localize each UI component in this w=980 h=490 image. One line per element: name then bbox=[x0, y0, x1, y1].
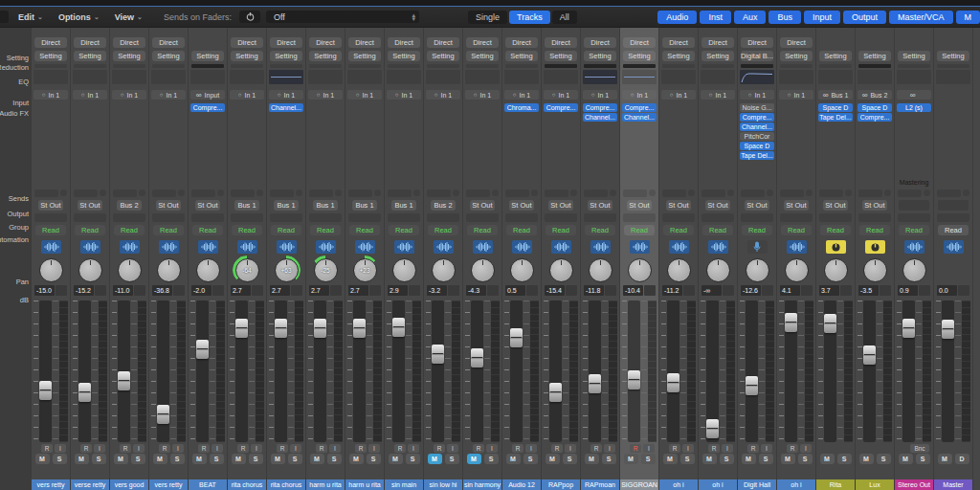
output-button[interactable]: St Out bbox=[745, 200, 769, 211]
automation-mode-button[interactable]: Read bbox=[271, 225, 301, 235]
eq-thumbnail[interactable] bbox=[73, 70, 107, 84]
mute-button[interactable]: M bbox=[153, 454, 167, 464]
eq-thumbnail[interactable] bbox=[190, 70, 225, 84]
output-button[interactable]: St Out bbox=[78, 200, 102, 211]
fx-plugin-slot[interactable]: Compre... bbox=[858, 113, 892, 122]
solo-button[interactable]: S bbox=[249, 454, 263, 464]
track-name[interactable]: vers retty bbox=[32, 479, 70, 490]
track-name[interactable]: harm u rita bbox=[345, 479, 384, 490]
solo-button[interactable]: S bbox=[484, 454, 499, 464]
output-button[interactable]: St Out bbox=[666, 200, 691, 211]
fx-plugin-slot[interactable]: Chroma... bbox=[504, 103, 539, 112]
automation-mode-button[interactable]: Read bbox=[624, 225, 655, 235]
solo-button[interactable]: S bbox=[798, 454, 813, 464]
direct-button[interactable]: Direct bbox=[702, 37, 734, 48]
record-enable-button[interactable]: R bbox=[747, 444, 759, 453]
fx-plugin-slot[interactable]: Tape Del... bbox=[740, 151, 774, 160]
waveform-icon[interactable] bbox=[669, 240, 689, 254]
record-enable-button[interactable]: R bbox=[512, 444, 523, 453]
waveform-icon[interactable] bbox=[434, 240, 454, 254]
pan-knob[interactable] bbox=[193, 256, 222, 284]
fader-cap[interactable] bbox=[471, 348, 483, 368]
solo-button[interactable]: S bbox=[170, 454, 185, 464]
mute-button[interactable]: M bbox=[859, 454, 874, 464]
waveform-icon[interactable] bbox=[237, 240, 257, 254]
input-slot[interactable]: ○ In 1 bbox=[347, 90, 382, 100]
input-slot[interactable]: ○ In 1 bbox=[112, 90, 146, 100]
filter-bus[interactable]: Bus bbox=[768, 11, 801, 24]
eq-thumbnail[interactable] bbox=[583, 70, 617, 84]
fader-cap[interactable] bbox=[785, 313, 797, 332]
input-slot[interactable]: ○ In 1 bbox=[387, 90, 421, 100]
eq-thumbnail[interactable] bbox=[897, 70, 931, 84]
fader-track[interactable] bbox=[628, 301, 640, 442]
volume-readout[interactable]: 4.1 bbox=[780, 285, 813, 296]
waveform-icon[interactable] bbox=[159, 240, 179, 254]
input-slot[interactable]: ∞ Bus 1 bbox=[818, 90, 853, 100]
fader-track[interactable] bbox=[942, 301, 954, 442]
input-monitor-button[interactable]: I bbox=[643, 444, 655, 453]
view-mode-tracks[interactable]: Tracks bbox=[509, 11, 550, 24]
volume-readout[interactable]: -11.0 bbox=[113, 285, 145, 296]
setting-button[interactable]: Setting bbox=[270, 51, 302, 61]
output-button[interactable]: Bus 1 bbox=[352, 200, 377, 211]
record-enable-button[interactable]: R bbox=[669, 444, 680, 453]
automation-mode-button[interactable]: Read bbox=[742, 225, 772, 235]
automation-mode-button[interactable]: Read bbox=[428, 225, 458, 235]
sends-slots[interactable] bbox=[348, 188, 381, 198]
volume-readout[interactable]: 0.9 bbox=[898, 285, 930, 296]
group-slot[interactable] bbox=[505, 213, 538, 222]
waveform-icon[interactable] bbox=[394, 240, 414, 254]
input-monitor-button[interactable]: I bbox=[251, 444, 262, 453]
output-button[interactable] bbox=[899, 200, 929, 211]
pan-knob[interactable] bbox=[507, 256, 536, 284]
output-button[interactable]: Bus 1 bbox=[391, 200, 416, 211]
fx-plugin-slot[interactable]: Noise G... bbox=[740, 103, 774, 112]
input-slot[interactable]: ○ In 1 bbox=[661, 90, 696, 100]
output-button[interactable]: Bus 2 bbox=[117, 200, 142, 211]
setting-button[interactable]: Setting bbox=[231, 51, 263, 61]
input-slot[interactable]: ○ In 1 bbox=[151, 90, 186, 100]
input-slot[interactable]: ○ In 1 bbox=[465, 90, 500, 100]
mute-button[interactable]: M bbox=[742, 454, 756, 464]
input-monitor-button[interactable]: I bbox=[722, 444, 733, 453]
direct-button[interactable]: Direct bbox=[270, 37, 302, 48]
mute-button[interactable]: M bbox=[506, 454, 521, 464]
mute-button[interactable]: M bbox=[467, 454, 481, 464]
sends-slots[interactable] bbox=[858, 188, 891, 198]
menu-options[interactable]: Options⌄ bbox=[58, 12, 100, 22]
automation-mode-button[interactable]: Read bbox=[663, 225, 694, 235]
volume-readout[interactable]: 2.7 bbox=[270, 285, 302, 296]
fx-plugin-slot[interactable]: PitchCor bbox=[740, 132, 774, 141]
waveform-icon[interactable] bbox=[630, 240, 650, 254]
eq-thumbnail[interactable] bbox=[818, 70, 853, 84]
fader-cap[interactable] bbox=[549, 383, 562, 402]
group-slot[interactable] bbox=[34, 213, 67, 222]
fx-plugin-slot[interactable]: Space D bbox=[858, 103, 892, 112]
input-monitor-button[interactable]: I bbox=[565, 444, 576, 453]
track-name[interactable]: RAPpop bbox=[542, 479, 580, 490]
setting-button[interactable]: Setting bbox=[191, 51, 224, 61]
direct-button[interactable]: Direct bbox=[152, 37, 185, 48]
eq-thumbnail[interactable] bbox=[701, 70, 735, 84]
mute-button[interactable]: M bbox=[192, 454, 207, 464]
input-monitor-button[interactable]: I bbox=[133, 444, 145, 453]
track-name[interactable]: oh i bbox=[659, 479, 698, 490]
solo-button[interactable]: S bbox=[837, 454, 852, 464]
fader-track[interactable] bbox=[902, 301, 915, 442]
volume-readout[interactable]: 3.7 bbox=[819, 285, 852, 296]
waveform-icon[interactable] bbox=[198, 240, 218, 254]
sends-slots[interactable] bbox=[466, 188, 499, 198]
pan-knob[interactable]: -25 bbox=[311, 256, 340, 284]
group-slot[interactable] bbox=[937, 213, 969, 222]
fader-track[interactable] bbox=[118, 301, 130, 442]
output-button[interactable]: St Out bbox=[823, 200, 848, 211]
filter-output[interactable]: Output bbox=[843, 11, 886, 24]
fader-cap[interactable] bbox=[824, 314, 836, 333]
input-slot[interactable]: ○ In 1 bbox=[622, 90, 657, 100]
solo-button[interactable]: S bbox=[641, 454, 656, 464]
solo-button[interactable]: S bbox=[563, 454, 577, 464]
output-button[interactable] bbox=[938, 200, 969, 211]
fader-track[interactable] bbox=[353, 301, 366, 442]
input-slot[interactable]: ○ In 1 bbox=[269, 90, 303, 100]
